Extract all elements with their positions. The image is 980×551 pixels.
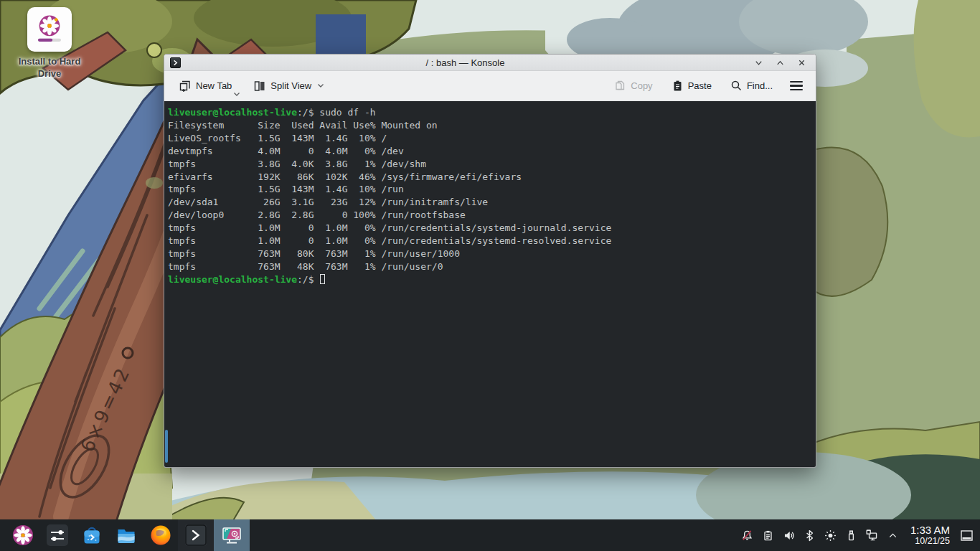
terminal-area[interactable]: liveuser@localhost-live:/$ sudo df -h Fi… [164, 101, 816, 468]
volume-icon[interactable] [778, 519, 799, 551]
split-view-dropdown-icon [317, 83, 324, 88]
clipboard-icon[interactable] [758, 519, 778, 551]
terminal-output-line: Filesystem Size Used Avail Use% Mounted … [168, 119, 811, 132]
close-button[interactable] [793, 56, 810, 69]
notifications-muted-icon[interactable] [737, 519, 758, 551]
expand-tray-icon[interactable] [882, 519, 903, 551]
command-text: sudo df -h [319, 107, 375, 118]
terminal-output-line: tmpfs 3.8G 4.0K 3.8G 1% /dev/shm [168, 158, 811, 171]
terminal-prompt-line: liveuser@localhost-live:/$ sudo df -h [168, 106, 811, 119]
window-title: / : bash — Konsole [185, 57, 745, 68]
copy-icon [614, 80, 626, 92]
prompt-user-host: liveuser@localhost-live [168, 107, 297, 118]
usb-device-icon[interactable] [841, 519, 862, 551]
terminal-output-line: /dev/sda1 26G 3.1G 23G 12% /run/initramf… [168, 196, 811, 209]
install-icon-label: Install to Hard Drive [10, 56, 89, 80]
menu-button[interactable] [786, 78, 807, 93]
application-launcher-button[interactable] [6, 519, 40, 551]
find-button[interactable]: Find... [725, 75, 778, 96]
brightness-icon[interactable] [820, 519, 841, 551]
system-tray [737, 519, 903, 551]
terminal-output-line: tmpfs 1.0M 0 1.0M 0% /run/credentials/sy… [168, 222, 811, 235]
system-settings-button[interactable] [40, 519, 75, 551]
titlebar[interactable]: / : bash — Konsole [164, 55, 816, 71]
paste-icon [672, 80, 684, 92]
firefox-button[interactable] [143, 519, 178, 551]
show-desktop-button[interactable] [957, 519, 976, 551]
new-tab-icon [179, 80, 192, 93]
copy-button[interactable]: Copy [608, 75, 658, 96]
clock-date: 10/21/25 [910, 536, 950, 546]
installer-icon [27, 7, 72, 52]
minimize-button[interactable] [750, 56, 767, 69]
terminal-output-line: devtmpfs 4.0M 0 4.0M 0% /dev [168, 145, 811, 158]
find-icon [730, 80, 743, 92]
split-view-icon [253, 80, 266, 93]
toolbar: New Tab Split View Copy [164, 71, 816, 101]
task-screen-capture[interactable] [214, 519, 250, 551]
new-tab-button[interactable]: New Tab [173, 75, 237, 97]
show-desktop-icon [961, 530, 973, 541]
terminal-output-line: efivarfs 192K 86K 102K 46% /sys/firmware… [168, 171, 811, 184]
konsole-window: / : bash — Konsole New Tab [164, 54, 816, 468]
new-tab-dropdown-icon [233, 92, 240, 97]
file-manager-button[interactable] [109, 519, 143, 551]
taskbar-panel: 1:33 AM 10/21/25 [0, 519, 980, 551]
terminal-output-line: /dev/loop0 2.8G 2.8G 0 100% /run/rootfsb… [168, 209, 811, 222]
prompt-user-host: liveuser@localhost-live [168, 274, 297, 285]
terminal-output-line: tmpfs 763M 48K 763M 1% /run/user/0 [168, 260, 811, 273]
terminal-output-line: tmpfs 1.0M 0 1.0M 0% /run/credentials/sy… [168, 235, 811, 248]
terminal-cursor [320, 274, 325, 284]
terminal-scrollbar[interactable] [165, 430, 168, 463]
terminal-output-line: LiveOS_rootfs 1.5G 143M 1.4G 10% / [168, 132, 811, 145]
network-icon[interactable] [862, 519, 882, 551]
task-konsole[interactable] [178, 519, 214, 551]
terminal-prompt-line: liveuser@localhost-live:/$ [168, 273, 811, 286]
discover-button[interactable] [75, 519, 109, 551]
konsole-app-icon [170, 57, 181, 68]
terminal-output-line: tmpfs 1.5G 143M 1.4G 10% /run [168, 183, 811, 196]
terminal-output-line: tmpfs 763M 80K 763M 1% /run/user/1000 [168, 248, 811, 260]
clock-time: 1:33 AM [910, 524, 950, 536]
paste-button[interactable]: Paste [666, 75, 717, 96]
split-view-button[interactable]: Split View [248, 75, 330, 97]
bluetooth-icon[interactable] [799, 519, 820, 551]
install-to-hard-drive-shortcut[interactable]: Install to Hard Drive [10, 4, 89, 80]
maximize-button[interactable] [771, 56, 788, 69]
digital-clock[interactable]: 1:33 AM 10/21/25 [910, 524, 950, 547]
